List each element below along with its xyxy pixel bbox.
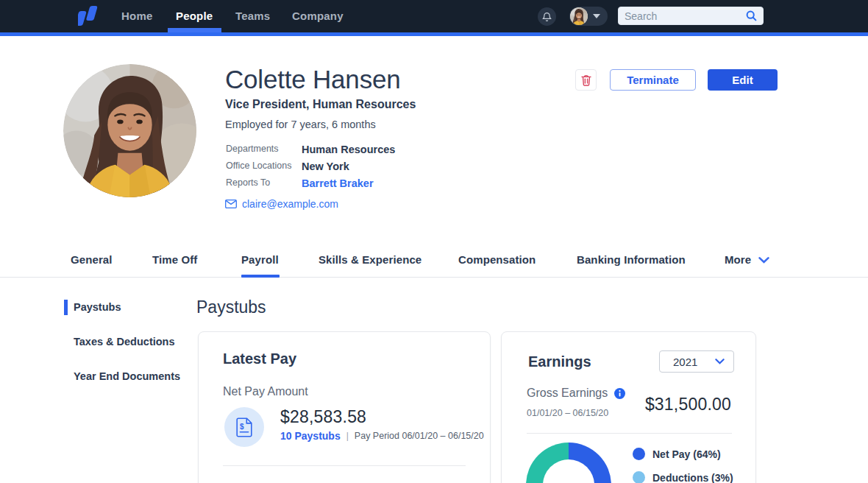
field-row-departments: DepartmentsHuman Resources [226,143,395,160]
tab-payroll[interactable]: Payroll [241,243,279,277]
field-value: New York [302,161,349,172]
earnings-donut-chart [526,443,611,483]
paystubs-count-link[interactable]: 10 Paystubs [280,430,341,442]
legend-item-net-pay: Net Pay (64%) [633,448,733,460]
field-label: Office Locations [226,160,302,171]
pay-period-text: Pay Period 06/01/20 – 06/15/20 [355,431,484,441]
field-value: Human Resources [302,144,395,155]
card-divider [527,433,732,434]
tab-skills-experience[interactable]: Skills & Experience [319,243,421,277]
terminate-button[interactable]: Terminate [610,69,696,91]
meta-separator: | [346,431,349,441]
tab-more-label: More [725,243,751,277]
legend-dot [633,471,645,483]
chevron-down-icon [715,359,725,364]
tab-compensation[interactable]: Compensation [458,243,536,277]
latest-pay-card: Latest Pay Net Pay Amount $ $28,583.58 1… [198,331,491,483]
reports-to-link[interactable]: Barrett Braker [302,177,374,189]
net-pay-amount-label: Net Pay Amount [223,385,308,398]
tab-time-off[interactable]: Time Off [152,243,197,277]
latest-pay-meta: 10 Paystubs | Pay Period 06/01/20 – 06/1… [280,430,484,442]
page-title: Paystubs [196,297,266,317]
nav-item-company[interactable]: Company [292,0,344,32]
sidebar-item-year-end-documents[interactable]: Year End Documents [74,370,180,382]
gross-earnings-row: Gross Earnings [527,387,625,400]
edit-button[interactable]: Edit [708,69,778,91]
legend-label: Net Pay (64%) [652,448,721,460]
tab-general[interactable]: General [71,243,113,277]
email-link[interactable]: claire@example.com [242,198,338,210]
field-row-reports-to: Reports ToBarrett Braker [226,177,395,194]
user-avatar [570,7,588,25]
profile-tabs: General Time Off Payroll Skills & Experi… [0,243,868,278]
field-row-office-locations: Office LocationsNew York [226,160,395,177]
navbar-accent-strip [0,32,868,36]
legend-item-deductions: Deductions (3%) [633,471,733,483]
search-icon[interactable] [746,10,757,21]
gross-earnings-amount: $31,500.00 [645,395,731,415]
tab-banking-information[interactable]: Banking Information [577,243,686,277]
earnings-card: Earnings 2021 Gross Earnings 01/01/20 – … [501,331,756,483]
gross-earnings-label: Gross Earnings [527,387,608,400]
latest-pay-title: Latest Pay [223,350,296,367]
sidebar-item-paystubs[interactable]: Paystubs [74,301,121,313]
earnings-legend: Net Pay (64%) Deductions (3%) [633,448,733,483]
notifications-button[interactable] [538,7,556,26]
year-selected-value: 2021 [673,356,715,368]
legend-label: Deductions (3%) [652,472,733,483]
year-select[interactable]: 2021 [659,350,734,373]
chevron-down-icon [758,257,769,264]
legend-dot [633,448,645,460]
search-input[interactable] [619,10,746,22]
paystub-icon-badge: $ [224,407,264,447]
employee-profile-page: Home People Teams Company [0,0,868,483]
bell-icon [542,12,552,22]
employee-fields: DepartmentsHuman Resources Office Locati… [226,143,395,194]
earnings-date-range: 01/01/20 – 06/15/20 [527,408,608,418]
field-label: Departments [226,143,302,154]
field-label: Reports To [226,177,302,188]
paystub-document-icon: $ [236,417,252,437]
delete-employee-button[interactable] [575,69,597,91]
svg-text:$: $ [240,422,244,430]
nav-item-home[interactable]: Home [121,0,152,32]
top-navbar: Home People Teams Company [0,0,868,32]
user-menu[interactable] [569,7,608,26]
employee-tenure: Employed for 7 years, 6 months [225,119,376,130]
namely-logo-icon[interactable] [78,4,104,28]
employee-email-row: claire@example.com [225,198,338,210]
tab-more[interactable]: More [725,243,769,277]
card-divider [223,465,466,466]
global-search [618,7,764,25]
employee-name: Colette Hansen [225,65,400,94]
chevron-down-icon [593,14,600,18]
net-pay-amount: $28,583.58 [280,407,366,427]
employee-photo [63,64,196,197]
sidebar-item-taxes-deductions[interactable]: Taxes & Deductions [74,336,175,348]
envelope-icon [225,200,237,208]
trash-icon [581,74,591,86]
nav-item-teams[interactable]: Teams [235,0,270,32]
active-sidebar-marker [64,300,68,315]
active-tab-underline [241,275,280,278]
employee-job-title: Vice President, Human Resources [225,98,416,111]
info-icon[interactable] [614,388,625,399]
earnings-title: Earnings [528,353,591,370]
